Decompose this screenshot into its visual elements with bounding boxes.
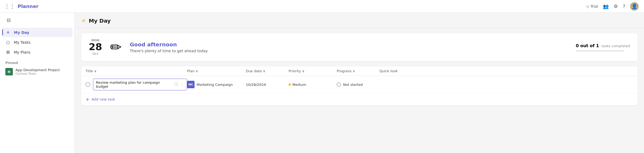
date-block: MON 28 Oct [89, 39, 102, 56]
pinned-item-info: App Development Project Contoso Team [15, 68, 60, 75]
main-content: ☀ My Day MON 28 Oct ✏️ Good afternoon Th… [75, 0, 644, 153]
greeting-text: Good afternoon There's plenty of time to… [130, 41, 571, 53]
plan-cell: MC Marketing Campaign [187, 81, 246, 88]
sidebar-item-label-my-day: My Day [14, 30, 29, 35]
add-task-label: Add new task [92, 97, 115, 101]
pinned-section-label: Pinned [0, 57, 75, 66]
my-tasks-icon: ○ [5, 40, 11, 45]
sidebar-item-my-day[interactable]: ☀ My Day [2, 28, 72, 37]
help-icon[interactable]: ? [623, 3, 625, 9]
apps-icon[interactable]: ⋮⋮ [4, 3, 15, 10]
page-sun-icon: ☀ [81, 18, 86, 24]
settings-icon[interactable]: ⚙ [614, 3, 618, 9]
tasks-label: tasks completed [602, 44, 630, 48]
sidebar-toggle-area: ⊟ [0, 13, 75, 28]
plan-badge: MC [187, 81, 195, 88]
due-date-cell: 10/28/2024 [246, 83, 289, 87]
page-title: My Day [89, 18, 111, 24]
user-avatar[interactable]: 👤 [630, 2, 639, 11]
sidebar-nav: ☀ My Day ○ My Tasks ⊞ My Plans [0, 28, 75, 57]
task-table-header: Title ∨ Plan ∨ Due date ∨ Priority ∨ Pro… [81, 66, 638, 76]
tasks-completed-block: 0 out of 1 tasks completed [576, 43, 630, 51]
task-title-box[interactable]: Review marketing plan for campaign budge… [93, 79, 187, 90]
pencil-emoji: ✏️ [110, 39, 122, 55]
th-priority[interactable]: Priority ∨ [289, 69, 337, 73]
th-due-date[interactable]: Due date ∨ [246, 69, 289, 73]
progress-label: Not started [343, 83, 363, 87]
topbar-right: ◇ Trial 👥 ⚙ ? 👤 [586, 2, 644, 11]
task-table: Title ∨ Plan ∨ Due date ∨ Priority ∨ Pro… [81, 66, 638, 105]
task-title-cell: Review marketing plan for campaign budge… [86, 79, 187, 90]
plan-name: Marketing Campaign [197, 83, 233, 87]
people-icon[interactable]: 👥 [603, 3, 609, 9]
chevron-down-icon: ∨ [352, 69, 355, 73]
topbar-left: ⋮⋮ Planner [0, 3, 75, 10]
pinned-item-icon: H [5, 68, 13, 75]
page-header: ☀ My Day [75, 13, 644, 28]
date-month: Oct [89, 52, 102, 56]
chevron-down-icon: ∨ [94, 69, 97, 73]
add-icon: + [86, 96, 90, 102]
app-name: Planner [18, 3, 38, 9]
chevron-down-icon: ∨ [263, 69, 266, 73]
priority-label: Medium [292, 83, 306, 87]
chevron-down-icon: ∨ [302, 69, 305, 73]
pinned-item-name: App Development Project [15, 68, 60, 72]
my-day-icon: ☀ [5, 30, 11, 35]
th-quick-look: Quick look [379, 69, 412, 73]
topbar: ⋮⋮ Planner ◇ Trial 👥 ⚙ ? 👤 [0, 0, 644, 13]
chevron-down-icon: ∨ [196, 69, 198, 73]
greeting-title: Good afternoon [130, 41, 571, 48]
add-task-row[interactable]: + Add new task [81, 93, 638, 105]
pinned-item-app-dev[interactable]: H App Development Project Contoso Team [2, 66, 72, 78]
tasks-fraction: 0 out of 1 tasks completed [576, 43, 630, 48]
my-plans-icon: ⊞ [5, 50, 11, 55]
greeting-card: MON 28 Oct ✏️ Good afternoon There's ple… [81, 33, 638, 61]
sidebar-toggle-button[interactable]: ⊟ [4, 16, 13, 25]
progress-cell: Not started [337, 82, 379, 87]
diamond-icon: ◇ [586, 4, 589, 9]
greeting-subtitle: There's plenty of time to get ahead toda… [130, 49, 571, 53]
date-number: 28 [89, 42, 102, 52]
more-icon[interactable]: ⋮ [180, 82, 184, 87]
info-icon[interactable]: ⓘ [174, 82, 178, 87]
tasks-progress-bar [576, 50, 624, 51]
th-title[interactable]: Title ∨ [86, 69, 187, 73]
sidebar-item-label-my-tasks: My Tasks [14, 40, 30, 45]
th-progress[interactable]: Progress ∨ [337, 69, 379, 73]
priority-dot [289, 83, 291, 86]
sidebar-item-my-tasks[interactable]: ○ My Tasks [2, 38, 72, 47]
th-plan[interactable]: Plan ∨ [187, 69, 246, 73]
trial-label[interactable]: ◇ Trial [586, 4, 598, 9]
pinned-item-team: Contoso Team [15, 72, 60, 75]
progress-circle [337, 82, 341, 87]
task-checkbox[interactable] [86, 82, 90, 87]
sidebar-item-label-my-plans: My Plans [14, 50, 30, 54]
sidebar: ⊟ ☀ My Day ○ My Tasks ⊞ My Plans Pinned … [0, 0, 75, 153]
task-title-text: Review marketing plan for campaign budge… [96, 80, 172, 88]
tasks-count: 0 out of 1 [576, 43, 599, 48]
priority-cell: Medium [289, 83, 337, 87]
sidebar-item-my-plans[interactable]: ⊞ My Plans [2, 47, 72, 57]
table-row: Review marketing plan for campaign budge… [81, 76, 638, 93]
